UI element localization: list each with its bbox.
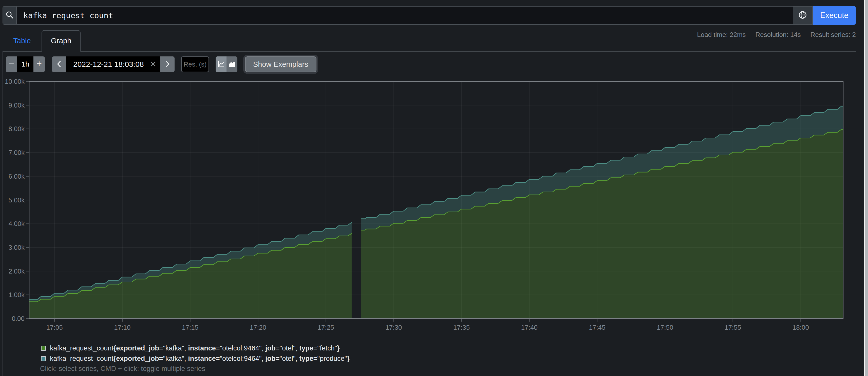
svg-text:17:05: 17:05 xyxy=(46,323,63,331)
svg-text:17:30: 17:30 xyxy=(385,323,402,331)
legend-swatch xyxy=(41,356,46,361)
legend-item[interactable]: kafka_request_count{exported_job="kafka"… xyxy=(41,353,350,364)
decrease-range-button[interactable]: − xyxy=(6,57,17,72)
stacked-chart-icon xyxy=(228,60,236,69)
datetime-input-wrap: ✕ xyxy=(66,57,160,72)
globe-icon xyxy=(798,10,807,21)
tab-table[interactable]: Table xyxy=(3,30,41,52)
time-globe-button[interactable] xyxy=(793,6,813,25)
svg-text:5.00k: 5.00k xyxy=(8,196,25,204)
increase-range-button[interactable]: + xyxy=(33,57,45,72)
svg-text:6.00k: 6.00k xyxy=(8,173,25,180)
show-exemplars-button[interactable]: Show Exemplars xyxy=(245,57,316,72)
svg-text:17:50: 17:50 xyxy=(657,323,673,331)
legend-series-label: kafka_request_count{exported_job="kafka"… xyxy=(50,344,340,352)
chevron-left-icon xyxy=(56,60,62,69)
svg-text:7.00k: 7.00k xyxy=(8,149,25,157)
svg-text:17:25: 17:25 xyxy=(318,323,334,331)
legend-hint: Click: select series, CMD + click: toggl… xyxy=(40,365,205,373)
search-addon xyxy=(3,7,17,24)
graph-canvas[interactable]: 0.001.00k2.00k3.00k4.00k5.00k6.00k7.00k8… xyxy=(0,76,868,339)
svg-text:3.00k: 3.00k xyxy=(8,244,25,251)
svg-text:0.00: 0.00 xyxy=(12,315,25,322)
svg-text:17:40: 17:40 xyxy=(521,323,538,331)
svg-text:18:00: 18:00 xyxy=(793,323,809,331)
graph-legend: kafka_request_count{exported_job="kafka"… xyxy=(41,343,350,364)
page-scrollbar-track xyxy=(864,0,868,376)
query-stats: Load time: 22ms Resolution: 14s Result s… xyxy=(697,31,856,39)
svg-text:17:15: 17:15 xyxy=(182,323,198,331)
svg-text:4.00k: 4.00k xyxy=(8,220,25,228)
legend-series-label: kafka_request_count{exported_job="kafka"… xyxy=(50,355,350,363)
chevron-right-icon xyxy=(164,60,170,69)
svg-text:9.00k: 9.00k xyxy=(8,101,25,109)
resolution: Resolution: 14s xyxy=(755,31,801,39)
execute-button[interactable]: Execute xyxy=(813,6,856,25)
svg-text:10.00k: 10.00k xyxy=(5,78,25,85)
line-chart-button[interactable] xyxy=(216,57,226,72)
range-input[interactable] xyxy=(17,57,33,72)
tab-graph[interactable]: Graph xyxy=(41,30,81,52)
svg-text:17:45: 17:45 xyxy=(589,323,606,331)
svg-text:17:10: 17:10 xyxy=(114,323,130,331)
svg-text:8.00k: 8.00k xyxy=(8,125,25,133)
duration-group: − + xyxy=(6,57,45,72)
panel-tabs: Table Graph xyxy=(3,30,81,52)
legend-item[interactable]: kafka_request_count{exported_job="kafka"… xyxy=(41,343,350,353)
datetime-input[interactable] xyxy=(66,60,160,69)
query-input-group xyxy=(3,6,793,25)
datetime-group: ✕ xyxy=(52,57,175,72)
chart-type-toggle xyxy=(216,57,238,72)
result-series: Result series: 2 xyxy=(810,31,856,39)
clear-datetime-icon[interactable]: ✕ xyxy=(150,61,156,68)
page-scrollbar-thumb[interactable] xyxy=(865,0,868,376)
svg-text:17:35: 17:35 xyxy=(453,323,470,331)
query-bar: Execute xyxy=(3,6,856,25)
time-back-button[interactable] xyxy=(52,57,66,72)
svg-text:1.00k: 1.00k xyxy=(8,291,25,299)
stacked-chart-button[interactable] xyxy=(226,57,238,72)
svg-text:17:20: 17:20 xyxy=(250,323,266,331)
search-icon xyxy=(5,11,14,20)
time-forward-button[interactable] xyxy=(160,57,175,72)
svg-text:17:55: 17:55 xyxy=(724,323,741,331)
resolution-input[interactable] xyxy=(181,57,209,72)
graph-controls: − + ✕ xyxy=(6,57,316,72)
legend-swatch xyxy=(41,346,46,351)
svg-text:2.00k: 2.00k xyxy=(8,268,25,275)
query-input[interactable] xyxy=(17,7,793,24)
load-time: Load time: 22ms xyxy=(697,31,746,39)
line-chart-icon xyxy=(217,60,225,69)
